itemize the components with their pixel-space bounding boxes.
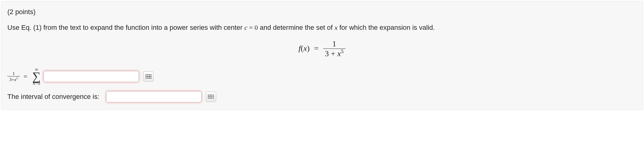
- prompt-variable-x: x: [334, 24, 338, 31]
- fraction-denominator: 3 + x5: [323, 49, 345, 59]
- lhs-fraction: 1 3+x5: [7, 71, 20, 82]
- keypad-icon: [208, 95, 214, 99]
- equation-lhs: f(x): [299, 44, 310, 53]
- series-lhs-expression: 1 3+x5 = ∞ ∑ n=0: [7, 67, 42, 85]
- prompt-segment-2: and determine the set of: [258, 24, 335, 31]
- fraction-numerator: 1: [323, 39, 345, 49]
- keypad-icon: [146, 74, 151, 79]
- equals-sign: =: [22, 71, 29, 81]
- function-definition-equation: f(x) = 1 3 + x5: [7, 39, 637, 59]
- keypad-button-series[interactable]: [143, 71, 154, 82]
- series-answer-row: 1 3+x5 = ∞ ∑ n=0: [7, 67, 637, 85]
- problem-prompt: Use Eq. (1) from the text to expand the …: [7, 22, 637, 33]
- equation-rhs-fraction: 1 3 + x5: [323, 39, 345, 59]
- keypad-button-interval[interactable]: [206, 92, 216, 102]
- prompt-segment-3: for which the expansion is valid.: [338, 24, 435, 31]
- interval-input[interactable]: [106, 91, 201, 102]
- sigma-icon: ∑: [32, 71, 41, 81]
- prompt-segment-1: Use Eq. (1) from the text to expand the …: [7, 24, 244, 31]
- sum-lower-limit: n=0: [33, 81, 40, 86]
- summation-symbol: ∞ ∑ n=0: [32, 67, 41, 85]
- prompt-center-equation: c = 0: [244, 24, 258, 31]
- points-label: (2 points): [7, 7, 637, 17]
- interval-answer-row: The interval of convergence is:: [7, 91, 637, 102]
- interval-label: The interval of convergence is:: [7, 92, 100, 102]
- lhs-frac-den: 3+x5: [7, 76, 20, 82]
- problem-container: (2 points) Use Eq. (1) from the text to …: [1, 1, 643, 110]
- lhs-frac-num: 1: [7, 71, 20, 76]
- series-term-input[interactable]: [44, 71, 139, 82]
